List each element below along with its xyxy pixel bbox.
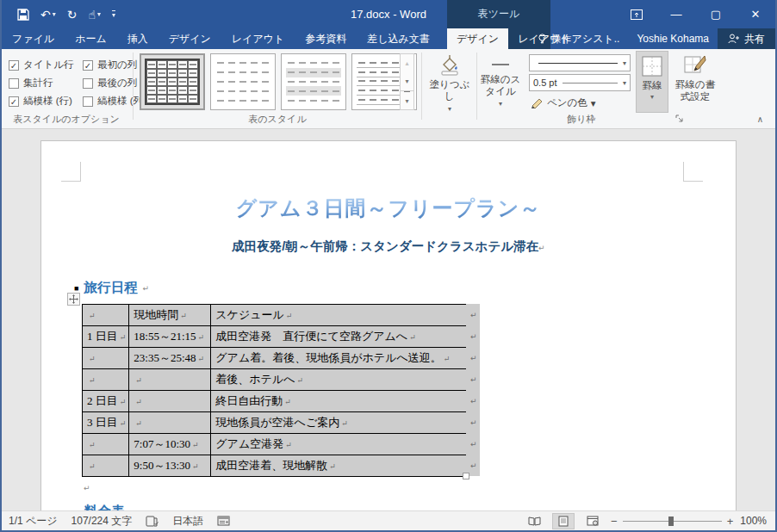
checkbox-box[interactable]: ✓	[83, 60, 93, 71]
page-indicator[interactable]: 1/1 ページ	[9, 514, 58, 529]
zoom-slider-handle[interactable]	[668, 517, 674, 526]
table-cell[interactable]: ↵	[83, 434, 129, 455]
read-mode-icon[interactable]	[523, 513, 545, 529]
document-subtitle[interactable]: 成田夜発/朝～午前帰：スタンダードクラスホテル滞在↵	[41, 238, 736, 255]
borders-grid-icon	[641, 55, 663, 77]
tab-0[interactable]: ファイル	[2, 28, 65, 49]
table-resize-handle[interactable]	[463, 473, 469, 479]
zoom-slider[interactable]: − +	[611, 515, 733, 528]
web-layout-icon[interactable]	[581, 513, 604, 529]
table-row: ↵23:35～25:48↵グアム着。着後、現地係員がホテルへ送迎。↵	[83, 348, 467, 369]
pen-color-button[interactable]: ペンの色 ▾	[531, 96, 596, 109]
proofing-icon[interactable]	[146, 516, 159, 527]
table-cell[interactable]: 現地時間↵	[129, 305, 211, 326]
checkbox-box[interactable]	[9, 78, 19, 89]
dialog-launcher-icon[interactable]	[675, 114, 686, 125]
zoom-in-icon[interactable]: +	[727, 515, 734, 528]
tab-2[interactable]: 挿入	[117, 28, 159, 49]
table-row-end-marks: ↵↵↵↵↵↵↵↵	[466, 304, 480, 476]
gallery-scroll-down-icon[interactable]: ▾	[401, 72, 413, 90]
table-cell[interactable]: 1 日目↵	[83, 326, 129, 348]
table-style-thumbnail-grid[interactable]	[140, 53, 205, 110]
table-cell[interactable]: 2 日目↵	[83, 391, 129, 412]
table-tools-header: 表ツール	[447, 0, 550, 28]
gallery-scrollbar: ▴ ▾ ▾	[400, 53, 414, 110]
row-end-mark: ↵	[466, 325, 480, 347]
table-cell[interactable]: ↵	[129, 412, 211, 434]
table-cell[interactable]: 成田空港着、現地解散↵	[211, 455, 467, 477]
table-cell[interactable]: グアム空港発↵	[211, 434, 467, 455]
checkbox-box[interactable]: ✓	[9, 96, 19, 107]
table-style-thumbnail-plain[interactable]	[210, 53, 276, 110]
tab-3[interactable]: デザイン	[159, 28, 221, 49]
zoom-out-icon[interactable]: −	[611, 515, 618, 528]
document-page[interactable]: グアム３日間～フリープラン～ 成田夜発/朝～午前帰：スタンダードクラスホテル滞在…	[40, 140, 737, 510]
table-cell[interactable]: グアム着。着後、現地係員がホテルへ送迎。↵	[211, 348, 467, 369]
row-end-mark: ↵	[466, 368, 480, 390]
maximize-button[interactable]: ▢	[696, 0, 736, 28]
tab-design[interactable]: デザイン	[447, 28, 508, 49]
collapse-ribbon-icon[interactable]: ∧	[757, 114, 763, 124]
table-cell[interactable]: ↵	[83, 305, 129, 326]
table-cell[interactable]: スケジュール↵	[211, 305, 467, 326]
share-button[interactable]: 共有	[718, 28, 775, 49]
margin-cropmark-left	[61, 162, 81, 182]
checkbox-box[interactable]	[83, 96, 93, 107]
minimize-button[interactable]: —	[656, 0, 696, 28]
table-cell[interactable]: 成田空港発 直行便にて空路グアムへ↵	[211, 326, 467, 348]
language-indicator[interactable]: 日本語	[172, 514, 203, 529]
document-title[interactable]: グアム３日間～フリープラン～	[41, 195, 736, 222]
table-cell[interactable]: 23:35～25:48↵	[129, 348, 211, 369]
tab-6[interactable]: 差し込み文書	[357, 28, 440, 49]
checkbox-集計行[interactable]: 集計行	[9, 74, 83, 92]
table-cell[interactable]: ↵	[129, 369, 211, 391]
table-style-thumbnail-banded[interactable]	[281, 53, 346, 110]
table-cell[interactable]: 18:55～21:15↵	[129, 326, 211, 348]
table-cell[interactable]: ↵	[83, 455, 129, 477]
table-cell[interactable]: 現地係員が空港へご案内↵	[211, 412, 467, 434]
border-painter-button[interactable]: 罫線の書式設定	[672, 51, 718, 103]
print-layout-icon[interactable]	[552, 513, 575, 529]
borders-button[interactable]: 罫線 ▾	[636, 51, 668, 113]
table-cell[interactable]: ↵	[83, 369, 129, 391]
itinerary-table: ↵現地時間↵スケジュール↵1 日目↵18:55～21:15↵成田空港発 直行便に…	[82, 304, 467, 477]
line-style-combo[interactable]: ▾	[529, 54, 631, 71]
table-cell[interactable]: 3 日目↵	[83, 412, 129, 434]
checkbox-box[interactable]	[83, 78, 93, 89]
table-cell[interactable]: 7:07～10:30↵	[129, 434, 211, 455]
table-cell[interactable]: 9:50～13:30↵	[129, 455, 211, 477]
ribbon-display-options-icon[interactable]	[617, 0, 656, 28]
ribbon: ✓タイトル行✓最初の列集計行最後の列✓縞模様 (行)縞模様 (列) 表スタイルの…	[2, 49, 775, 129]
checkbox-タイトル行[interactable]: ✓タイトル行	[9, 56, 83, 74]
macro-icon[interactable]	[217, 516, 230, 526]
ribbon-tab-row: ファイルホーム挿入デザインレイアウト参考資料差し込み文書校閲表示 デザイン レイ…	[2, 28, 775, 49]
tab-4[interactable]: レイアウト	[221, 28, 295, 49]
checkbox-box[interactable]: ✓	[9, 60, 19, 71]
gallery-more-icon[interactable]: ▾	[401, 90, 413, 109]
pencil-icon	[531, 98, 544, 108]
shading-button[interactable]: 塗りつぶし ▾	[426, 51, 474, 114]
gallery-scroll-up-icon[interactable]: ▴	[401, 54, 413, 72]
next-heading[interactable]: 料金表	[84, 503, 125, 510]
border-styles-button[interactable]: 罫線のスタイル ▾	[478, 51, 523, 108]
zoom-level[interactable]: 100%	[740, 515, 767, 527]
paragraph-mark: ↵	[84, 484, 90, 492]
line-weight-combo[interactable]: 0.5 pt▾	[529, 74, 631, 91]
table-row: 1 日目↵18:55～21:15↵成田空港発 直行便にて空路グアムへ↵	[83, 326, 467, 348]
tab-1[interactable]: ホーム	[65, 28, 117, 49]
statusbar-left: 1/1 ページ 107/224 文字 日本語	[2, 514, 230, 529]
table-cell[interactable]: 終日自由行動↵	[211, 391, 467, 412]
close-button[interactable]: ✕	[736, 0, 775, 28]
user-name[interactable]: Yoshie Kohama	[628, 33, 718, 45]
table-cell[interactable]: ↵	[129, 391, 211, 412]
table-move-handle[interactable]	[67, 293, 80, 306]
table-cell[interactable]: ↵	[83, 348, 129, 369]
table-row: ↵7:07～10:30↵グアム空港発↵	[83, 434, 467, 455]
tab-5[interactable]: 参考資料	[295, 28, 357, 49]
tell-me-button[interactable]: 操作アシスト..	[529, 32, 629, 46]
word-count[interactable]: 107/224 文字	[71, 514, 133, 529]
table-cell[interactable]: 着後、ホテルへ↵	[211, 369, 467, 391]
checkbox-縞模様 (行)[interactable]: ✓縞模様 (行)	[9, 92, 83, 110]
person-plus-icon	[728, 34, 740, 44]
document-heading[interactable]: ■ 旅行日程↵	[74, 279, 149, 297]
